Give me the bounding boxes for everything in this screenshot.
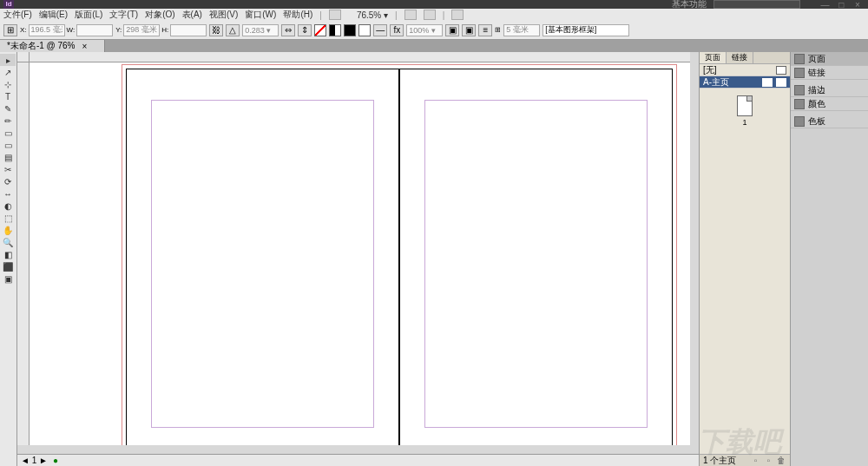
tab-pages[interactable]: 页面 [700,52,727,63]
rectangle-tool[interactable]: ▤ [0,151,16,163]
maximize-button[interactable]: □ [834,0,848,10]
master-thumb-icon [776,66,786,75]
reference-point-icon[interactable]: ⊞ [3,24,17,36]
document-tab[interactable]: *未命名-1 @ 76%× [0,40,105,52]
gap-input[interactable] [503,24,540,36]
tab-links[interactable]: 链接 [727,52,753,63]
workspace-switcher[interactable]: 基本功能 [672,0,707,10]
line-tool[interactable]: ✎ [0,102,16,115]
rectangle-frame-tool[interactable]: ▭ [0,139,16,151]
title-bar: Id 基本功能 — □ × [0,0,868,9]
menu-table[interactable]: 表(A) [182,9,202,21]
fill-swatch[interactable] [314,24,326,36]
direct-selection-tool[interactable]: ↗ [0,66,16,78]
page-number-label: 1 [742,118,746,127]
menu-view[interactable]: 视图(V) [209,9,238,21]
flip-v-icon[interactable]: ⇕ [298,24,312,36]
hand-tool[interactable]: ✋ [0,224,16,236]
wrap-icon[interactable]: ▣ [445,24,459,36]
x-input[interactable] [29,24,65,36]
menu-bar: 文件(F) 编辑(E) 版面(L) 文字(T) 对象(O) 表(A) 视图(V)… [0,9,868,21]
spread [122,64,677,463]
y-input[interactable] [123,24,160,36]
apply-color[interactable]: ⬛ [0,260,16,272]
document-tabs: *未命名-1 @ 76%× [0,40,868,52]
w-input[interactable] [76,24,113,36]
horizontal-scrollbar[interactable] [17,445,699,454]
master-a[interactable]: A-主页 [700,76,790,89]
page-left[interactable] [126,69,399,459]
zoom-tool[interactable]: 🔍 [0,236,16,248]
bridge-icon[interactable] [329,10,341,20]
menu-layout[interactable]: 版面(L) [75,9,102,21]
side-pages[interactable]: 页面 [791,52,868,66]
page-tool[interactable]: ⊹ [0,78,16,90]
app-logo: Id [3,0,14,9]
ruler-origin[interactable] [17,52,30,62]
stroke-style-icon[interactable]: — [373,24,387,36]
window-buttons: — □ × [818,0,865,10]
color-white[interactable] [358,24,371,36]
stroke-swatch[interactable] [329,24,341,36]
pages-panel: 页面 链接 [无] A-主页 1 1 个主页 ▫ [699,52,790,466]
opacity-input[interactable] [406,24,443,36]
vertical-ruler[interactable] [17,62,30,466]
rotate-input[interactable]: △ [226,24,240,36]
menu-file[interactable]: 文件(F) [3,9,32,21]
menu-object[interactable]: 对象(O) [145,9,174,21]
pen-tool[interactable]: ✏ [0,115,16,127]
page-nav[interactable]: ◄ 1 ► [21,456,48,465]
stroke-weight-input[interactable] [242,24,279,36]
flip-h-icon[interactable]: ⇔ [281,24,295,36]
preflight-icon[interactable]: ● [53,456,58,465]
side-swatches[interactable]: 色板 [791,115,868,128]
align-icon[interactable]: ≡ [478,24,492,36]
note-tool[interactable]: ⬚ [0,212,16,224]
object-style-dropdown[interactable] [542,24,629,36]
side-links[interactable]: 链接 [791,66,868,80]
close-button[interactable]: × [851,0,865,10]
side-color[interactable]: 颜色 [791,97,868,111]
screen-mode-icon[interactable] [424,10,436,20]
master-thumb-icon [776,78,786,87]
fill-stroke-toggle[interactable]: ◧ [0,248,16,260]
stroke-icon [794,85,805,95]
tab-close-icon[interactable]: × [82,42,88,51]
wrap-around-icon[interactable]: ▣ [462,24,476,36]
gradient-swatch-tool[interactable]: ↔ [0,187,16,200]
type-tool[interactable]: T [0,90,16,102]
h-input[interactable] [170,24,207,36]
search-input[interactable] [713,0,800,9]
zoom-level[interactable]: 76.5% ▾ [357,10,388,20]
menu-help[interactable]: 帮助(H) [283,9,312,21]
page-right[interactable] [399,69,673,459]
gradient-feather-tool[interactable]: ◐ [0,200,16,212]
toolbox: ▸ ↗ ⊹ T ✎ ✏ ▭ ▭ ▤ ✂ ⟳ ↔ ◐ ⬚ ✋ 🔍 ◧ ⬛ ▣ [0,52,17,466]
menu-edit[interactable]: 编辑(E) [39,9,68,21]
control-panel: ⊞ X: W: Y: H: ⛓ △ ⇔ ⇕ — fx ▣ ▣ ≡ ⊞ [0,21,868,40]
collapsed-panels: 页面 链接 描边 颜色 色板 [790,52,868,466]
menu-type[interactable]: 文字(T) [109,9,138,21]
side-stroke[interactable]: 描边 [791,83,868,97]
links-icon [794,68,805,78]
free-transform-tool[interactable]: ⟳ [0,175,16,187]
master-none[interactable]: [无] [700,64,790,76]
minimize-button[interactable]: — [818,0,832,10]
scissors-tool[interactable]: ✂ [0,163,16,175]
selection-tool[interactable]: ▸ [0,54,16,66]
menu-window[interactable]: 窗口(W) [245,9,276,21]
margin-guide [424,100,648,428]
arrange-icon[interactable] [451,10,464,20]
effects-icon[interactable]: fx [390,24,404,36]
swatches-icon [794,116,805,127]
margin-guide [151,100,374,428]
canvas[interactable] [17,52,699,466]
page-thumbnail[interactable] [737,95,753,116]
constrain-icon[interactable]: ⛓ [209,24,223,36]
view-options-icon[interactable] [404,10,417,20]
vertical-scrollbar[interactable] [690,52,699,445]
color-black[interactable] [344,24,356,36]
view-mode[interactable]: ▣ [0,272,16,285]
pencil-tool[interactable]: ▭ [0,127,16,139]
horizontal-ruler[interactable] [30,52,699,62]
